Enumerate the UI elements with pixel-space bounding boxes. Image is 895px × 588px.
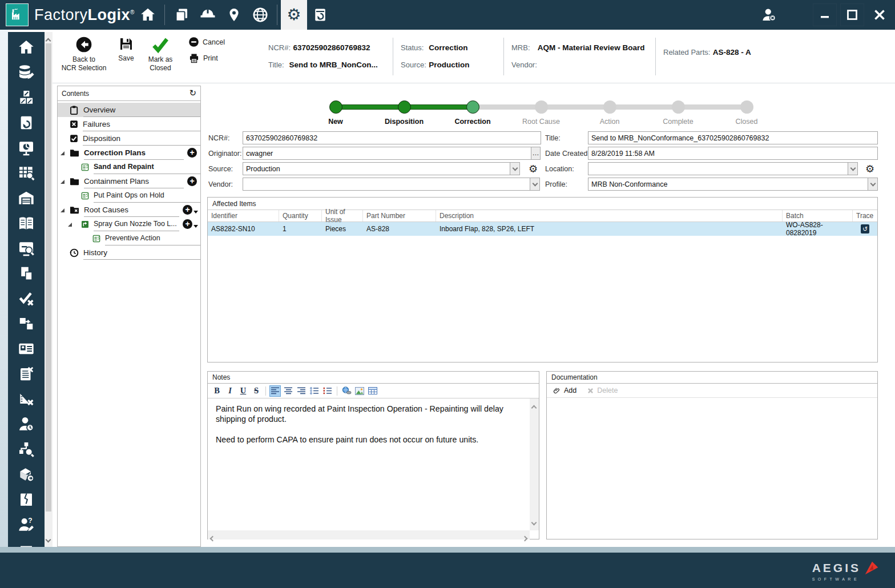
monitor-search-icon[interactable]: [17, 239, 36, 257]
ncr-number-input[interactable]: [243, 131, 541, 144]
table-search-icon[interactable]: [17, 163, 36, 182]
insert-image-icon[interactable]: [354, 385, 365, 397]
scroll-down-icon[interactable]: [532, 517, 536, 527]
minimize-button[interactable]: [813, 3, 837, 26]
expander-icon[interactable]: [61, 151, 64, 155]
location-select[interactable]: [588, 162, 858, 175]
add-preventive-action-caret-icon[interactable]: [193, 225, 198, 228]
add-root-cause-caret-icon[interactable]: [193, 211, 198, 214]
cancel-button[interactable]: Cancel: [188, 37, 225, 47]
column-header[interactable]: Unit of Issue: [322, 210, 363, 221]
originator-browse-button[interactable]: …: [531, 147, 541, 160]
home-nav-icon[interactable]: [17, 38, 36, 57]
scroll-up-icon[interactable]: [532, 402, 536, 412]
expander-icon[interactable]: [61, 180, 64, 184]
document-copy-icon[interactable]: [17, 264, 36, 283]
profile-select[interactable]: MRB Non-Conformance: [588, 178, 878, 191]
expander-icon[interactable]: [61, 208, 64, 212]
clipboard-remove-icon[interactable]: [17, 364, 36, 383]
bullet-list-icon[interactable]: [309, 385, 320, 397]
documents-icon[interactable]: [168, 0, 195, 30]
print-button[interactable]: Print: [188, 53, 218, 64]
delete-document-button[interactable]: Delete: [587, 386, 618, 394]
scroll-down-icon[interactable]: [46, 534, 50, 544]
date-created-input[interactable]: [588, 147, 878, 160]
add-preventive-action-button[interactable]: +: [183, 219, 192, 229]
source-settings-gear-icon[interactable]: ⚙: [529, 164, 538, 174]
id-card-icon[interactable]: [17, 339, 36, 358]
expander-icon[interactable]: [68, 223, 72, 227]
affected-item-row[interactable]: AS8282-SN10 1 Pieces AS-828 Inboard Flap…: [208, 222, 877, 236]
mark-as-closed-button[interactable]: Mark asClosed: [142, 35, 179, 73]
column-header[interactable]: Quantity: [279, 210, 322, 221]
vendor-select[interactable]: [243, 178, 540, 191]
contents-item-disposition[interactable]: Disposition: [58, 131, 200, 146]
notes-vertical-scrollbar[interactable]: [530, 398, 539, 530]
strikethrough-button[interactable]: S: [251, 385, 262, 397]
transfer-icon[interactable]: [17, 314, 36, 333]
hierarchy-search-icon[interactable]: [17, 440, 36, 458]
measure-remove-icon[interactable]: [17, 389, 36, 408]
person-question-icon[interactable]: ?: [17, 515, 36, 534]
location-settings-gear-icon[interactable]: ⚙: [865, 164, 874, 174]
add-correction-plan-button[interactable]: +: [187, 148, 197, 158]
notes-horizontal-scrollbar[interactable]: [208, 530, 530, 539]
globe-icon[interactable]: [247, 0, 273, 30]
align-center-icon[interactable]: [283, 385, 294, 397]
location-pin-icon[interactable]: [221, 0, 247, 30]
align-left-icon[interactable]: [269, 385, 281, 397]
contents-item-preventive-action[interactable]: Preventive Action: [58, 231, 200, 245]
save-button[interactable]: Save: [113, 35, 139, 63]
hard-hat-icon[interactable]: [195, 0, 221, 30]
package-route-icon[interactable]: [17, 465, 36, 484]
insert-link-icon[interactable]: [341, 385, 352, 397]
notes-editor[interactable]: Paint Run on wing recorded at Paint Insp…: [208, 398, 530, 530]
italic-button[interactable]: I: [224, 385, 236, 397]
contents-item-history[interactable]: History: [58, 245, 200, 260]
person-time-icon[interactable]: [17, 414, 36, 433]
verify-icon[interactable]: [17, 289, 36, 308]
scroll-right-icon[interactable]: [523, 533, 527, 543]
collapse-all-icon[interactable]: ↻: [189, 89, 196, 98]
add-containment-plan-button[interactable]: +: [187, 176, 197, 186]
contents-item-overview[interactable]: Overview: [58, 103, 200, 117]
column-header[interactable]: Identifier: [208, 210, 279, 221]
contents-item-failures[interactable]: Failures: [58, 117, 200, 131]
contents-item-put-paint-ops-on-hold[interactable]: Put Paint Ops on Hold: [58, 188, 200, 203]
column-header[interactable]: Trace: [853, 210, 877, 221]
column-header[interactable]: Description: [436, 210, 783, 221]
add-document-button[interactable]: Add: [553, 386, 576, 395]
align-right-icon[interactable]: [296, 385, 307, 397]
numbered-list-icon[interactable]: [322, 385, 333, 397]
app-window-icon[interactable]: [17, 540, 36, 547]
ncr-restore-icon[interactable]: [307, 0, 333, 30]
damaged-document-icon[interactable]: [17, 490, 36, 509]
contents-item-sand-and-repaint[interactable]: Sand and Repaint: [58, 160, 200, 174]
column-header[interactable]: Batch: [783, 210, 853, 221]
dashboard-icon[interactable]: [17, 138, 36, 157]
title-input[interactable]: [588, 131, 878, 144]
trace-icon[interactable]: ↺: [861, 224, 869, 233]
underline-button[interactable]: U: [237, 385, 249, 397]
maximize-button[interactable]: [840, 3, 864, 26]
user-logout-icon[interactable]: [756, 0, 782, 30]
column-header[interactable]: Part Number: [363, 210, 436, 221]
home-icon[interactable]: [135, 0, 161, 30]
materials-icon[interactable]: [17, 88, 36, 107]
contents-item-correction-plans[interactable]: Correction Plans +: [58, 146, 200, 160]
document-restore-icon[interactable]: [17, 113, 36, 132]
back-to-ncr-selection-button[interactable]: Back toNCR Selection: [59, 35, 108, 73]
sidebar-scrollbar[interactable]: [45, 32, 53, 547]
data-editor-icon[interactable]: [17, 63, 36, 82]
scroll-left-icon[interactable]: [211, 533, 215, 543]
warehouse-icon[interactable]: [17, 188, 36, 207]
sidebar-scroll-thumb[interactable]: [46, 43, 51, 512]
originator-input[interactable]: [243, 147, 531, 160]
source-select[interactable]: Production: [243, 162, 520, 175]
contents-item-containment-plans[interactable]: Containment Plans +: [58, 174, 200, 188]
add-root-cause-button[interactable]: +: [183, 205, 192, 215]
book-icon[interactable]: [17, 214, 36, 232]
bold-button[interactable]: B: [211, 385, 223, 397]
insert-table-icon[interactable]: [367, 385, 378, 397]
close-button[interactable]: [868, 3, 892, 26]
